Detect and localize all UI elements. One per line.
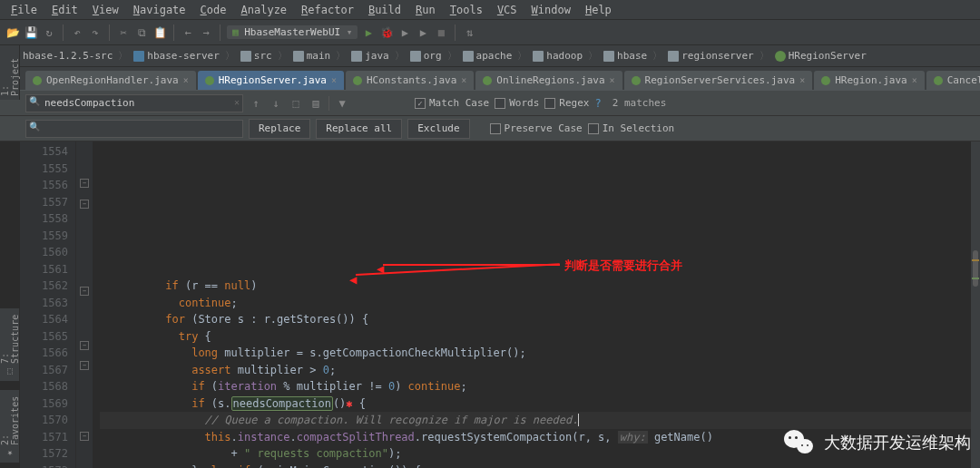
breadcrumb-hbase-1.2.5-src[interactable]: hbase-1.2.5-src (5, 49, 116, 63)
menu-vcs[interactable]: VCS (490, 2, 524, 18)
paste-icon[interactable]: 📋 (152, 25, 167, 40)
prev-match-icon[interactable]: ↑ (249, 96, 263, 111)
run-icon[interactable]: ▶ (361, 25, 376, 40)
wechat-icon (782, 426, 815, 459)
clear-icon[interactable]: ✕ (234, 97, 240, 107)
annotation-text: 判断是否需要进行合并 (564, 258, 682, 275)
save-icon[interactable]: 💾 (24, 25, 38, 40)
back-icon[interactable]: ← (181, 25, 195, 40)
words-check[interactable]: Words (495, 97, 539, 109)
breadcrumb-hregionserver[interactable]: HRegionServer (771, 49, 870, 63)
menu-file[interactable]: File (4, 2, 44, 18)
find-input[interactable] (25, 94, 243, 112)
breadcrumb-org[interactable]: org (407, 49, 446, 63)
tab-RegionServerServices-java[interactable]: RegionServerServices.java× (624, 71, 813, 90)
in-selection-check[interactable]: In Selection (588, 122, 674, 134)
favorites-toolwindow-tab[interactable]: ★2: Favorites (0, 390, 20, 463)
tab-HConstants-java[interactable]: HConstants.java× (346, 71, 474, 90)
tab-HRegionServer-java[interactable]: HRegionServer.java× (198, 71, 344, 90)
close-icon[interactable]: × (331, 75, 337, 85)
code-line-1559[interactable]: assert multiplier > 0; (100, 362, 980, 379)
tab-HRegion-java[interactable]: HRegion.java× (814, 71, 925, 90)
breadcrumb-regionserver[interactable]: regionserver (664, 49, 757, 63)
search-icon: 🔍 (29, 96, 40, 106)
multiselect-icon[interactable]: ▤ (309, 96, 323, 111)
close-icon[interactable]: × (183, 75, 189, 85)
run-config-selector[interactable]: ▦ HbaseMasterWebUI ▾ (227, 25, 358, 39)
code-line-1557[interactable]: try { (100, 328, 980, 346)
code-line-1554[interactable]: if (r == null) (100, 278, 980, 295)
cut-icon[interactable]: ✂ (116, 25, 131, 40)
tab-CancelableProgressable-java[interactable]: CancelableProgressable.java× (926, 71, 980, 90)
replace-bar: 🔍 Replace Replace all Exclude Preserve C… (0, 116, 980, 141)
next-match-icon[interactable]: ↓ (269, 96, 283, 111)
menu-navigate[interactable]: Navigate (126, 2, 193, 18)
breadcrumb-main[interactable]: main (289, 49, 335, 63)
close-icon[interactable]: × (912, 75, 917, 85)
editor: 1554155515561557155815591560156115621563… (20, 141, 980, 468)
breadcrumb-src[interactable]: src (237, 49, 276, 63)
breadcrumb-java[interactable]: java (348, 49, 393, 63)
code-line-1561[interactable]: if (s.needsCompaction()✱ { (100, 395, 980, 413)
match-count: 2 matches (612, 97, 667, 109)
tab-OnlineRegions-java[interactable]: OnlineRegions.java× (475, 71, 622, 90)
undo-icon[interactable]: ↶ (70, 25, 84, 40)
menu-bar: FileEditViewNavigateCodeAnalyzeRefactorB… (0, 0, 980, 20)
open-icon[interactable]: 📂 (5, 25, 20, 40)
code-line-1558[interactable]: long multiplier = s.getCompactionCheckMu… (100, 345, 980, 362)
regex-help[interactable]: ? (594, 97, 601, 110)
project-toolwindow-tab[interactable]: 1: Project (0, 45, 20, 100)
debug-icon[interactable]: 🐞 (379, 25, 394, 40)
menu-help[interactable]: Help (578, 2, 619, 18)
menu-edit[interactable]: Edit (44, 2, 85, 18)
watermark: 大数据开发运维架构 (782, 426, 971, 459)
code-area[interactable]: 判断是否需要进行合并 ◀ ◀ if (r == null) continue; … (93, 141, 980, 468)
menu-build[interactable]: Build (361, 2, 408, 18)
main-toolbar: 📂 💾 ↻ ↶ ↷ ✂ ⧉ 📋 ← → ▦ HbaseMasterWebUI ▾… (0, 20, 980, 45)
replace-input[interactable] (25, 120, 243, 138)
coverage-icon[interactable]: ▶ (397, 25, 412, 40)
replace-all-button[interactable]: Replace all (316, 119, 402, 139)
structure-toolwindow-tab[interactable]: ⬚7: Structure (0, 308, 20, 381)
close-icon[interactable]: × (461, 75, 466, 85)
replace-button[interactable]: Replace (249, 119, 310, 139)
regex-check[interactable]: Regex (544, 97, 589, 109)
vcs-icon[interactable]: ⇅ (462, 25, 476, 40)
forward-icon[interactable]: → (199, 25, 213, 40)
fold-column[interactable]: −−−−−− (76, 141, 93, 468)
redo-icon[interactable]: ↷ (88, 25, 103, 40)
breadcrumb-apache[interactable]: apache (459, 49, 516, 63)
menu-refactor[interactable]: Refactor (294, 2, 361, 18)
breadcrumb-hbase[interactable]: hbase (600, 49, 651, 63)
line-gutter[interactable]: 1554155515561557155815591560156115621563… (20, 141, 76, 468)
find-bar: 🔍 ✕ ↑ ↓ ⬚ ▤ ▼ Match Case Words Regex ? 2… (0, 91, 980, 116)
refresh-icon[interactable]: ↻ (42, 25, 56, 40)
replace-icon: 🔍 (29, 122, 40, 132)
close-icon[interactable]: × (610, 75, 615, 85)
preserve-case-check[interactable]: Preserve Case (490, 122, 583, 134)
code-line-1555[interactable]: continue; (100, 295, 980, 312)
editor-tabs: OpenRegionHandler.java×HRegionServer.jav… (0, 67, 980, 91)
exclude-button[interactable]: Exclude (407, 119, 469, 139)
filter-icon[interactable]: ▼ (335, 96, 349, 111)
menu-code[interactable]: Code (193, 2, 234, 18)
code-line-1556[interactable]: for (Store s : r.getStores()) { (100, 311, 980, 328)
menu-run[interactable]: Run (408, 2, 443, 18)
profile-icon[interactable]: ▶ (416, 25, 430, 40)
code-line-1560[interactable]: if (iteration % multiplier != 0) continu… (100, 378, 980, 395)
tab-OpenRegionHandler-java[interactable]: OpenRegionHandler.java× (25, 71, 196, 90)
stop-icon[interactable]: ■ (434, 25, 448, 40)
breadcrumb-bar: hbase-1.2.5-src〉hbase-server〉src〉main〉ja… (0, 45, 980, 67)
breadcrumb-hbase-server[interactable]: hbase-server (130, 49, 222, 63)
menu-tools[interactable]: Tools (443, 2, 490, 18)
code-line-1565[interactable]: } else if (s.isMajorCompaction()) { (100, 463, 980, 469)
menu-window[interactable]: Window (524, 2, 578, 18)
copy-icon[interactable]: ⧉ (134, 25, 149, 40)
menu-view[interactable]: View (85, 2, 126, 18)
select-all-icon[interactable]: ⬚ (289, 96, 303, 111)
breadcrumb-hadoop[interactable]: hadoop (529, 49, 586, 63)
editor-scrollbar[interactable] (971, 141, 980, 468)
menu-analyze[interactable]: Analyze (234, 2, 295, 18)
match-case-check[interactable]: Match Case (415, 97, 489, 109)
close-icon[interactable]: × (799, 75, 805, 85)
